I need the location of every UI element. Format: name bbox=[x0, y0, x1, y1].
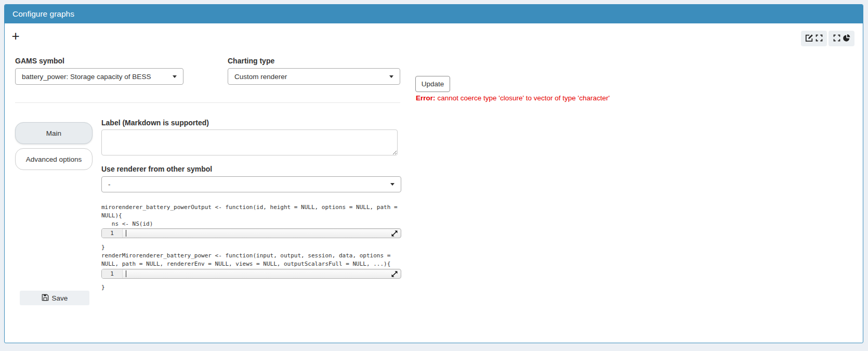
editor-line-number: 1 bbox=[102, 229, 123, 238]
toolbar-group bbox=[801, 31, 854, 46]
error-message: Error:cannot coerce type 'closure' to ve… bbox=[416, 94, 610, 102]
configure-graphs-panel: Configure graphs + bbox=[4, 4, 863, 343]
pie-chart-icon bbox=[843, 34, 850, 43]
editor-line-number: 1 bbox=[102, 269, 123, 278]
save-button[interactable]: Save bbox=[20, 291, 89, 305]
closing-brace-code: } bbox=[101, 283, 403, 292]
edit-icon bbox=[805, 34, 813, 44]
tab-advanced-options[interactable]: Advanced options bbox=[15, 148, 93, 170]
expand-arrows-icon[interactable] bbox=[391, 230, 398, 237]
error-text: cannot coerce type 'closure' to vector o… bbox=[438, 94, 610, 102]
tab-main[interactable]: Main bbox=[15, 122, 93, 144]
renderer-from-symbol-select[interactable]: - bbox=[101, 176, 401, 192]
renderer-output-signature-code: mirorenderer_battery_powerOutput <- func… bbox=[101, 203, 403, 228]
render-function-code-editor[interactable]: 1 bbox=[101, 269, 401, 279]
panel-title: Configure graphs bbox=[12, 9, 74, 19]
charting-type-value: Custom renderer bbox=[234, 73, 287, 81]
editor-cursor bbox=[126, 230, 126, 237]
preview-fullscreen-button[interactable] bbox=[828, 31, 854, 46]
charting-type-select[interactable]: Custom renderer bbox=[228, 68, 400, 85]
gams-symbol-value: battery_power: Storage capacity of BESS bbox=[22, 73, 151, 81]
label-markdown-label: Label (Markdown is supported) bbox=[101, 119, 209, 127]
gams-symbol-select[interactable]: battery_power: Storage capacity of BESS bbox=[15, 68, 183, 85]
label-markdown-textarea[interactable] bbox=[101, 129, 398, 155]
charting-type-label: Charting type bbox=[228, 57, 274, 65]
caret-down-icon bbox=[389, 75, 393, 78]
update-button[interactable]: Update bbox=[415, 76, 450, 92]
editor-cursor bbox=[126, 270, 126, 277]
renderer-from-symbol-label: Use renderer from other symbol bbox=[101, 165, 212, 173]
caret-down-icon bbox=[173, 75, 177, 78]
expand-icon bbox=[816, 34, 823, 43]
save-button-label: Save bbox=[52, 294, 68, 302]
edit-fullscreen-button[interactable] bbox=[801, 31, 827, 46]
expand-arrows-icon[interactable] bbox=[391, 270, 398, 278]
renderer-from-symbol-value: - bbox=[108, 180, 111, 188]
panel-body: + bbox=[5, 23, 863, 343]
caret-down-icon bbox=[390, 183, 394, 186]
panel-header: Configure graphs bbox=[5, 5, 863, 23]
section-divider bbox=[15, 102, 400, 103]
renderer-output-code-editor[interactable]: 1 bbox=[101, 228, 401, 238]
floppy-disk-icon bbox=[42, 294, 49, 303]
expand-icon bbox=[833, 34, 840, 43]
render-function-signature-code: } renderMirorenderer_battery_power <- fu… bbox=[101, 243, 403, 268]
add-graph-button[interactable]: + bbox=[9, 29, 22, 43]
error-prefix: Error: bbox=[416, 94, 436, 102]
gams-symbol-label: GAMS symbol bbox=[15, 57, 64, 65]
